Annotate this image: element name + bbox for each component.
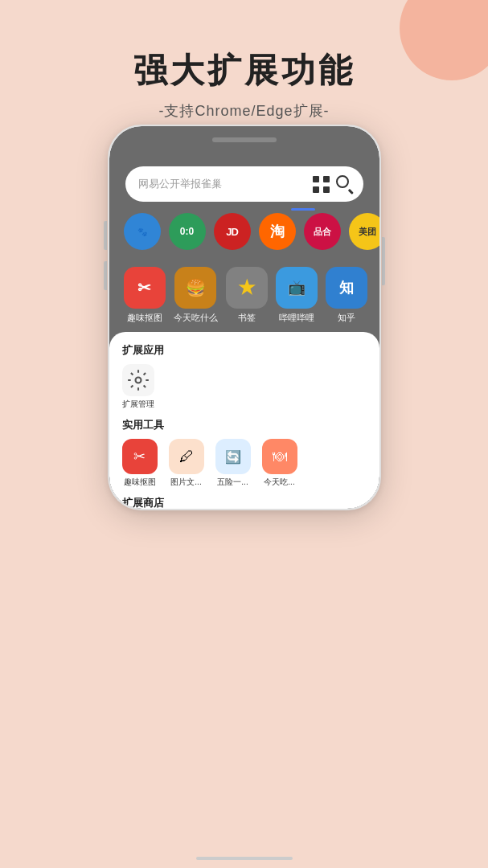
app-icon-baidu[interactable]: 🐾 [124, 213, 161, 250]
sub-title: -支持Chrome/Edge扩展- [0, 101, 488, 121]
app-bilibili[interactable]: 📺 哔哩哔哩 [276, 267, 318, 324]
search-placeholder-text: 网易公开举报雀巢 [138, 177, 313, 191]
extension-manage-label: 扩展管理 [122, 399, 154, 410]
gear-icon [127, 369, 150, 391]
phone-apps-row1: 🐾 0:0 JD 淘 品合 美团 [124, 213, 379, 250]
phone-button-power [382, 237, 385, 285]
app-food[interactable]: 🍔 今天吃什么 [174, 267, 218, 324]
qr-scan-icon [313, 176, 330, 193]
phone-button-vol-up [104, 221, 107, 250]
panel-tool-icons: ✂ 趣味抠图 🖊 图片文... 🔄 五险一... 🍽 今天吃... [122, 439, 367, 488]
tab-indicator [291, 208, 315, 211]
main-title: 强大扩展功能 [0, 48, 488, 93]
app-icon-meituan[interactable]: 美团 [349, 213, 379, 250]
app-icon-taobao[interactable]: 淘 [259, 213, 296, 250]
phone-mockup: 网易公开举报雀巢 [108, 125, 381, 510]
panel-extensions-title: 扩展应用 [122, 343, 367, 358]
header-section: 强大扩展功能 -支持Chrome/Edge扩展- [0, 0, 488, 137]
search-icon [336, 175, 354, 193]
tool-cutout[interactable]: ✂ 趣味抠图 [122, 439, 158, 488]
bottom-nav-indicator [196, 857, 293, 860]
search-icons [313, 175, 354, 193]
app-icon-jd[interactable]: JD [214, 213, 251, 250]
phone-outer: 网易公开举报雀巢 [108, 125, 381, 510]
app-icon-pinhe[interactable]: 品合 [304, 213, 341, 250]
phone-screen: 网易公开举报雀巢 [109, 126, 379, 509]
app-cutout[interactable]: ✂ 趣味抠图 [124, 267, 166, 324]
tool-food[interactable]: 🍽 今天吃... [262, 439, 297, 488]
app-zhihu[interactable]: 知 知乎 [326, 267, 367, 324]
phone-bottom-panel: 扩展应用 扩展管理 实用工具 [109, 332, 379, 509]
panel-extension-icons: 扩展管理 [122, 364, 367, 410]
panel-store-title: 扩展商店 [122, 496, 367, 509]
tool-image[interactable]: 🖊 图片文... [169, 439, 204, 488]
svg-point-0 [135, 378, 141, 383]
extension-manage-item[interactable]: 扩展管理 [122, 364, 154, 410]
phone-button-vol-down [104, 261, 107, 290]
panel-tools-title: 实用工具 [122, 418, 367, 432]
app-icon-game[interactable]: 0:0 [169, 213, 206, 250]
phone-notch [212, 137, 277, 142]
app-bookmark[interactable]: ★ 书签 [226, 267, 268, 324]
tool-insurance[interactable]: 🔄 五险一... [215, 439, 251, 488]
phone-search-bar[interactable]: 网易公开举报雀巢 [125, 166, 363, 202]
phone-apps-row2: ✂ 趣味抠图 🍔 今天吃什么 ★ 书签 📺 哔哩哔哩 知 知乎 [124, 267, 367, 324]
